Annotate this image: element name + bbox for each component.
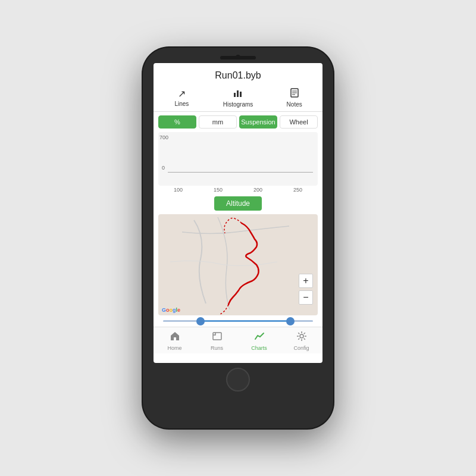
histograms-icon [233, 88, 243, 100]
nav-config[interactable]: Config [280, 331, 322, 351]
nav-home-label: Home [167, 345, 181, 351]
home-button[interactable] [226, 368, 250, 392]
app-title: Run01.byb [154, 63, 322, 86]
nav-runs-label: Runs [211, 345, 223, 351]
google-label: Google [162, 307, 180, 313]
svg-rect-1 [237, 90, 239, 97]
range-track[interactable] [163, 320, 313, 322]
bottom-nav: Home Runs Charts [154, 327, 322, 353]
filter-mm[interactable]: mm [199, 115, 237, 129]
range-fill [201, 320, 290, 322]
nav-runs[interactable]: Runs [196, 331, 238, 351]
phone-frame: Run01.byb ↗ Lines Histograms [143, 48, 333, 428]
tab-histograms[interactable]: Histograms [210, 88, 267, 108]
svg-rect-2 [240, 92, 242, 97]
tab-lines[interactable]: ↗ Lines [154, 88, 210, 108]
map-inner: + − Google [158, 214, 318, 315]
nav-charts[interactable]: Charts [238, 331, 280, 351]
config-icon [296, 331, 307, 345]
phone-screen: Run01.byb ↗ Lines Histograms [154, 63, 322, 363]
tab-notes-label: Notes [287, 101, 302, 108]
lines-icon: ↗ [178, 88, 186, 99]
range-thumb-right[interactable] [286, 317, 295, 325]
range-thumb-left[interactable] [196, 317, 205, 325]
map-area: + − Google [158, 214, 318, 315]
x-label-200: 200 [253, 187, 262, 193]
nav-config-label: Config [293, 345, 309, 351]
map-zoom-out[interactable]: − [299, 290, 313, 305]
home-icon [170, 331, 180, 345]
nav-charts-label: Charts [251, 345, 267, 351]
chart-area: 700 0 [158, 132, 318, 186]
x-label-150: 150 [214, 187, 223, 193]
tab-histograms-label: Histograms [223, 101, 253, 108]
map-zoom-in[interactable]: + [299, 274, 313, 288]
x-label-250: 250 [293, 187, 302, 193]
filter-percent[interactable]: % [158, 115, 196, 129]
tab-row: ↗ Lines Histograms [154, 86, 322, 112]
filter-wheel[interactable]: Wheel [280, 115, 318, 129]
runs-icon [212, 331, 223, 345]
chart-zero-label: 0 [162, 165, 165, 171]
tab-notes[interactable]: Notes [266, 88, 322, 108]
charts-icon [254, 331, 265, 345]
x-label-100: 100 [174, 187, 183, 193]
phone-camera [236, 55, 240, 60]
tab-lines-label: Lines [174, 101, 189, 107]
notes-icon [290, 88, 299, 100]
filter-suspension[interactable]: Suspension [239, 115, 277, 129]
altitude-button[interactable]: Altitude [214, 196, 262, 211]
nav-home[interactable]: Home [154, 331, 196, 351]
chart-y-label: 700 [159, 134, 168, 140]
chart-x-labels: 100 150 200 250 [154, 187, 322, 193]
altitude-btn-row: Altitude [154, 196, 322, 211]
map-svg [158, 214, 318, 315]
range-slider-row [154, 315, 322, 327]
svg-rect-0 [234, 93, 236, 97]
filter-row: % mm Suspension Wheel [154, 112, 322, 132]
svg-rect-7 [213, 333, 221, 340]
